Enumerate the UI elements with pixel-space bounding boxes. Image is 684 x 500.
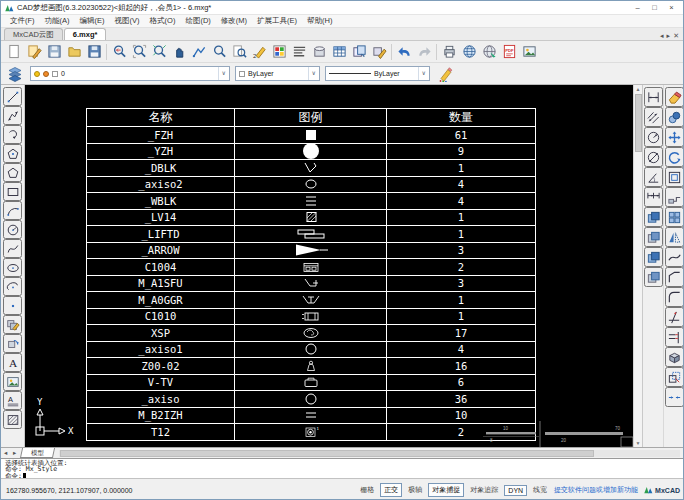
menu-绘图D[interactable]: 绘图(D) — [180, 15, 215, 27]
sheet-next-icon[interactable]: ▸ — [13, 449, 18, 456]
toggle-对象追踪[interactable]: 对象追踪 — [467, 484, 501, 496]
draw-polyline-button[interactable] — [3, 106, 22, 125]
mtext-button[interactable] — [289, 42, 309, 62]
layer-manager-button[interactable] — [5, 64, 25, 84]
dim-angular-button[interactable] — [644, 167, 663, 187]
print-button[interactable] — [439, 42, 459, 62]
zoom-window-button[interactable] — [129, 42, 149, 62]
draw-line-button[interactable] — [3, 87, 22, 106]
zoom-dynamic-button[interactable] — [189, 42, 209, 62]
color-palette-button[interactable] — [269, 42, 289, 62]
menu-修改M[interactable]: 修改(M) — [216, 15, 252, 27]
array-button[interactable] — [665, 207, 684, 227]
menu-文件F[interactable]: 文件(F) — [5, 15, 40, 27]
save-as-button[interactable] — [84, 42, 104, 62]
dim-diameter-button[interactable] — [644, 147, 663, 167]
chamfer-button[interactable] — [665, 267, 684, 287]
block-edit-button[interactable] — [369, 42, 389, 62]
polygon-inscribed-button[interactable] — [3, 144, 22, 163]
toggle-对象捕捉[interactable]: 对象捕捉 — [428, 483, 464, 497]
spline-button[interactable] — [3, 239, 22, 258]
zoom-page-button[interactable] — [229, 42, 249, 62]
block-insert-button[interactable] — [3, 334, 22, 353]
tab-scroll-right-icon[interactable]: ▸ — [667, 32, 671, 40]
new-file-button[interactable] — [4, 42, 24, 62]
pan-button[interactable] — [169, 42, 189, 62]
mirror-button[interactable] — [665, 227, 684, 247]
rectangle-button[interactable] — [3, 182, 22, 201]
menu-格式O[interactable]: 格式(O) — [145, 15, 181, 27]
insert-image-button[interactable] — [519, 42, 539, 62]
ellipse-button[interactable] — [3, 258, 22, 277]
move-button[interactable] — [665, 127, 684, 147]
insert-table-button[interactable] — [329, 42, 349, 62]
blocks-tool-4-button[interactable] — [644, 267, 663, 287]
blocks-tool-2-button[interactable] — [644, 227, 663, 247]
export-pdf-button[interactable]: PDF — [499, 42, 519, 62]
toggle-栅格[interactable]: 栅格 — [357, 484, 377, 496]
open-file-button[interactable] — [64, 42, 84, 62]
zoom-extents-button[interactable] — [149, 42, 169, 62]
explode-button[interactable] — [665, 347, 684, 367]
polygon-button[interactable] — [3, 163, 22, 182]
horizontal-scroll-thumb[interactable] — [60, 450, 594, 457]
draw-settings-button[interactable] — [435, 64, 455, 84]
draw-order-button[interactable]: 2 — [249, 42, 269, 62]
erase-button[interactable] — [665, 87, 684, 107]
scroll-up-icon[interactable]: ▲ — [634, 85, 642, 93]
fillet-curve-button[interactable] — [665, 247, 684, 267]
block-define-button[interactable] — [3, 315, 22, 334]
offset-button[interactable] — [665, 167, 684, 187]
toggle-线宽[interactable]: 线宽 — [530, 484, 550, 496]
tab-scroll-left-icon[interactable]: ◂ — [660, 32, 664, 40]
menu-视图V[interactable]: 视图(V) — [110, 15, 145, 27]
dim-linear-button[interactable] — [644, 87, 663, 107]
linetype-combo[interactable]: ByLayer ∨ — [325, 66, 430, 81]
color-combo[interactable]: ByLayer ∨ — [235, 66, 320, 81]
join-button[interactable] — [665, 387, 684, 407]
attribute-text-button[interactable]: A — [3, 391, 22, 410]
redo-button[interactable] — [414, 42, 434, 62]
zoom-object-button[interactable] — [209, 42, 229, 62]
sheet-tab-model[interactable]: 模型 — [20, 448, 55, 458]
extend-button[interactable] — [665, 327, 684, 347]
circle-button[interactable] — [3, 220, 22, 239]
feedback-link[interactable]: 提交软件问题或增加新功能 — [554, 485, 638, 495]
open-modify-button[interactable] — [24, 42, 44, 62]
doc-tab-6.mxg*[interactable]: 6.mxg* — [64, 28, 107, 40]
web-publish-button[interactable] — [459, 42, 479, 62]
block-manager-button[interactable] — [309, 42, 329, 62]
arc-button[interactable] — [3, 201, 22, 220]
blocks-tool-3-button[interactable] — [644, 247, 663, 267]
dim-continue-button[interactable] — [644, 187, 663, 207]
stretch-button[interactable] — [665, 187, 684, 207]
dim-aligned-button[interactable] — [644, 107, 663, 127]
revision-cloud-button[interactable] — [3, 125, 22, 144]
tab-close-icon[interactable]: ✕ — [673, 32, 679, 40]
save-button[interactable] — [44, 42, 64, 62]
zoom-previous-button[interactable] — [109, 42, 129, 62]
toggle-DYN[interactable]: DYN — [504, 485, 527, 496]
blocks-tool-1-button[interactable] — [644, 207, 663, 227]
doc-tab-MxCAD云图[interactable]: MxCAD云图 — [4, 28, 63, 40]
close-button[interactable]: × — [663, 1, 680, 14]
horizontal-scrollbar[interactable] — [59, 450, 680, 457]
image-insert-button[interactable] — [3, 372, 22, 391]
minimize-button[interactable]: – — [629, 1, 646, 14]
undo-button[interactable] — [394, 42, 414, 62]
rotate-button[interactable] — [665, 147, 684, 167]
ellipse-arc-button[interactable] — [3, 277, 22, 296]
drawing-canvas[interactable]: 名称图例数量_FZH61_YZH9_DBLK1_axiso24_WBLK4_LV… — [25, 85, 633, 447]
hatch-button[interactable] — [3, 410, 22, 429]
text-button[interactable]: A — [3, 353, 22, 372]
copy-button[interactable] — [665, 107, 684, 127]
maximize-button[interactable]: □ — [646, 1, 663, 14]
vertical-scroll-thumb[interactable] — [635, 94, 642, 152]
layer-combo[interactable]: 0 ∨ — [30, 66, 230, 81]
scroll-down-icon[interactable]: ▼ — [634, 439, 642, 447]
toggle-极轴[interactable]: 极轴 — [405, 484, 425, 496]
menu-帮助H[interactable]: 帮助(H) — [302, 15, 337, 27]
menu-功能A[interactable]: 功能(A) — [40, 15, 75, 27]
toggle-正交[interactable]: 正交 — [380, 483, 402, 497]
web-open-button[interactable] — [479, 42, 499, 62]
